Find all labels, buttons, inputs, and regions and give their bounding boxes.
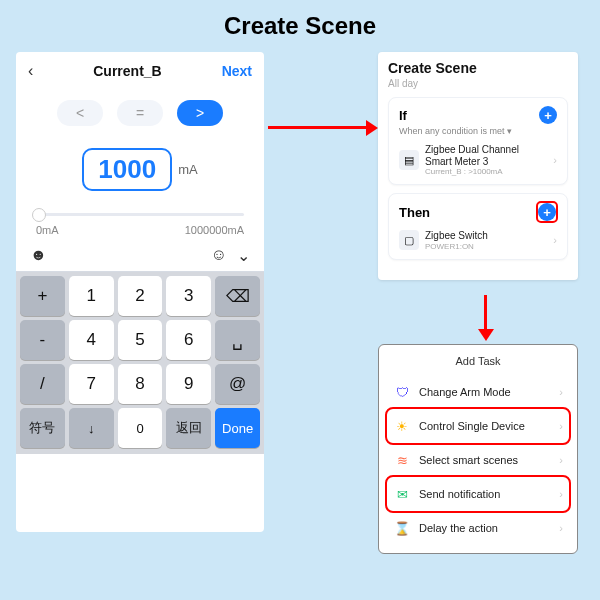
phone-add-task: Add Task 🛡Change Arm Mode›☀Control Singl… (378, 344, 578, 554)
switch-icon: ▢ (399, 230, 419, 250)
arrow-right-icon (268, 120, 378, 136)
scenes-icon: ≋ (393, 451, 411, 469)
add-task-title: Add Task (387, 355, 569, 367)
op-equal[interactable]: = (117, 100, 163, 126)
if-card: If + When any condition is met ▾ ▤ Zigbe… (388, 97, 568, 185)
key-plus[interactable]: + (20, 276, 65, 316)
range-max: 1000000mA (185, 224, 244, 236)
key-7[interactable]: 7 (69, 364, 114, 404)
key-0[interactable]: 0 (118, 408, 163, 448)
numeric-keyboard: + 1 2 3 ⌫ - 4 5 6 ␣ / 7 8 9 @ 符号 ↓ 0 返回 … (16, 272, 264, 454)
add-condition-button[interactable]: + (539, 106, 557, 124)
add-action-highlight: + (537, 202, 557, 222)
add-action-button[interactable]: + (538, 203, 556, 221)
key-symbols[interactable]: 符号 (20, 408, 65, 448)
key-minus[interactable]: - (20, 320, 65, 360)
msg-icon: ✉ (393, 485, 411, 503)
if-label: If (399, 108, 407, 123)
task-label: Select smart scenes (419, 454, 518, 466)
key-hide[interactable]: ↓ (69, 408, 114, 448)
chevron-right-icon: › (553, 234, 557, 246)
task-label: Send notification (419, 488, 500, 500)
emoji-icon[interactable]: ☺ (211, 246, 227, 265)
operator-row: < = > (16, 100, 264, 126)
if-device-row[interactable]: ▤ Zigbee Dual Channel Smart Meter 3 Curr… (399, 144, 557, 176)
key-at[interactable]: @ (215, 364, 260, 404)
next-button[interactable]: Next (222, 63, 252, 79)
chevron-right-icon: › (559, 386, 563, 398)
then-label: Then (399, 205, 430, 220)
key-backspace[interactable]: ⌫ (215, 276, 260, 316)
rt-subtitle: All day (388, 78, 568, 89)
task-select-smart-scenes[interactable]: ≋Select smart scenes› (387, 443, 569, 477)
chevron-right-icon: › (559, 488, 563, 500)
chevron-right-icon: › (553, 154, 557, 166)
phone-create-scene: Create Scene All day If + When any condi… (378, 52, 578, 280)
then-device-row[interactable]: ▢ Zigbee Switch POWER1:ON › (399, 230, 557, 251)
key-4[interactable]: 4 (69, 320, 114, 360)
key-space[interactable]: ␣ (215, 320, 260, 360)
key-5[interactable]: 5 (118, 320, 163, 360)
back-button[interactable]: ‹ (28, 62, 33, 80)
chevron-right-icon: › (559, 522, 563, 534)
if-device-name: Zigbee Dual Channel Smart Meter 3 (425, 144, 547, 167)
sun-icon: ☀ (393, 417, 411, 435)
value-slider[interactable] (36, 213, 244, 216)
key-slash[interactable]: / (20, 364, 65, 404)
chevron-right-icon: › (559, 454, 563, 466)
value-unit: mA (178, 162, 198, 177)
rt-title: Create Scene (388, 60, 568, 76)
key-return[interactable]: 返回 (166, 408, 211, 448)
sticker-icon[interactable]: ☻ (30, 246, 47, 265)
value-input[interactable]: 1000 (82, 148, 172, 191)
task-label: Control Single Device (419, 420, 525, 432)
op-less-than[interactable]: < (57, 100, 103, 126)
arrow-down-icon (478, 295, 494, 341)
key-1[interactable]: 1 (69, 276, 114, 316)
task-delay-the-action[interactable]: ⌛Delay the action› (387, 511, 569, 545)
task-label: Delay the action (419, 522, 498, 534)
key-3[interactable]: 3 (166, 276, 211, 316)
then-device-name: Zigbee Switch (425, 230, 547, 242)
page-title: Create Scene (0, 12, 600, 40)
screen-title: Current_B (93, 63, 161, 79)
key-9[interactable]: 9 (166, 364, 211, 404)
hour-icon: ⌛ (393, 519, 411, 537)
task-send-notification[interactable]: ✉Send notification› (387, 477, 569, 511)
meter-icon: ▤ (399, 150, 419, 170)
task-label: Change Arm Mode (419, 386, 511, 398)
task-change-arm-mode[interactable]: 🛡Change Arm Mode› (387, 375, 569, 409)
if-mode[interactable]: When any condition is met ▾ (399, 126, 557, 136)
phone-condition-editor: ‹ Current_B Next < = > 1000 mA 0mA 10000… (16, 52, 264, 532)
shield-icon: 🛡 (393, 383, 411, 401)
if-device-cond: Current_B : >1000mA (425, 167, 547, 176)
key-2[interactable]: 2 (118, 276, 163, 316)
op-greater-than[interactable]: > (177, 100, 223, 126)
task-control-single-device[interactable]: ☀Control Single Device› (387, 409, 569, 443)
dropdown-icon[interactable]: ⌄ (237, 246, 250, 265)
then-device-cond: POWER1:ON (425, 242, 547, 251)
range-min: 0mA (36, 224, 59, 236)
then-card: Then + ▢ Zigbee Switch POWER1:ON › (388, 193, 568, 260)
key-done[interactable]: Done (215, 408, 260, 448)
chevron-right-icon: › (559, 420, 563, 432)
key-6[interactable]: 6 (166, 320, 211, 360)
key-8[interactable]: 8 (118, 364, 163, 404)
